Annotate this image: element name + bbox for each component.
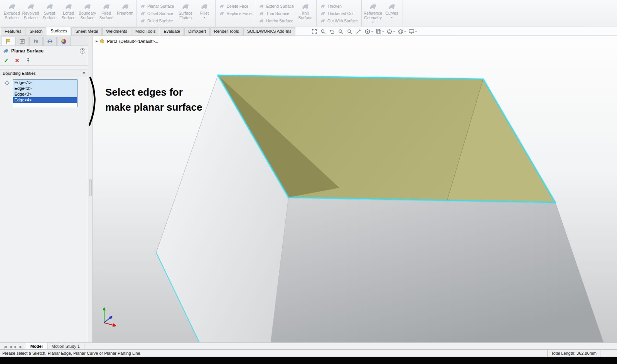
thicken-button[interactable]: Thicken [318, 2, 360, 10]
splitter-grip[interactable] [89, 179, 92, 196]
bounding-entities-header[interactable]: Bounding Entities ^ [0, 69, 88, 77]
dropdown-caret-icon[interactable]: ▾ [383, 30, 384, 33]
extend-surface-button[interactable]: Extend Surface [257, 2, 296, 10]
keep-visible-pin-icon[interactable] [25, 58, 31, 63]
bottom-tab-model[interactable]: Model [26, 343, 47, 349]
display-style-icon[interactable]: ▾ [375, 29, 385, 35]
magnified-selection-icon[interactable] [346, 29, 354, 35]
boundary-surface-icon [83, 2, 92, 11]
bounding-entities-body: ◇ Edge<1>Edge<2>Edge<3>Edge<4> [0, 77, 88, 107]
part-name[interactable]: Part3 [107, 39, 117, 44]
tab-surfaces[interactable]: Surfaces [47, 27, 71, 35]
displaymanager-tab[interactable] [57, 37, 71, 46]
tab-scroll-button[interactable]: ◀ [8, 345, 13, 349]
feature-tree-breadcrumb[interactable]: ▶ Part3 (Default<<Default>... [96, 39, 158, 44]
ribbon-label: Delete Face [226, 4, 248, 8]
collapse-icon[interactable]: ^ [83, 71, 85, 76]
zoom-in-out-icon[interactable] [337, 29, 345, 35]
trim-surface-button[interactable]: Trim Surface [257, 10, 296, 17]
dimxpertmanager-tab[interactable] [43, 37, 57, 46]
lofted-surface-button[interactable]: LoftedSurface [59, 0, 78, 20]
ribbon-label: Extend Surface [266, 4, 294, 8]
lofted-surface-icon [64, 2, 73, 11]
zoom-to-area-icon[interactable] [319, 29, 327, 35]
tab-weldments[interactable]: Weldments [102, 27, 131, 35]
graphics-viewport[interactable]: ▶ Part3 (Default<<Default>... Select edg… [93, 36, 617, 342]
bounding-entities-list[interactable]: Edge<1>Edge<2>Edge<3>Edge<4> [13, 79, 78, 107]
tab-scroll-button[interactable]: |◀ [2, 345, 8, 349]
ruled-surface-button[interactable]: Ruled Surface [138, 17, 176, 24]
tab-features[interactable]: Features [1, 27, 25, 35]
tab-evaluate[interactable]: Evaluate [160, 27, 184, 35]
dropdown-caret-icon[interactable]: ▾ [372, 20, 374, 24]
edge-list-item[interactable]: Edge<3> [13, 91, 77, 97]
dropdown-caret-icon[interactable]: ▾ [391, 16, 393, 19]
cut-with-surface-button[interactable]: Cut With Surface [318, 17, 360, 24]
edit-appearance-icon[interactable]: ▾ [397, 29, 407, 35]
surface-flatten-button[interactable]: SurfaceFlatten [176, 0, 195, 20]
tab-scroll-button[interactable]: ▶ [13, 345, 18, 349]
help-icon[interactable]: ? [80, 48, 85, 54]
status-right-section: Total Length: 362.86mm [544, 350, 617, 357]
offset-surface-button[interactable]: Offset Surface [138, 10, 176, 17]
dropdown-caret-icon[interactable]: ▾ [415, 30, 417, 33]
swept-surface-icon [46, 2, 54, 11]
edge-list-item[interactable]: Edge<1> [13, 80, 77, 86]
featuremanager-tab[interactable] [15, 37, 29, 46]
thickened-cut-button[interactable]: Thickened Cut [318, 10, 360, 17]
ribbon-label: Ruled Surface [147, 19, 173, 23]
planar-surface-button[interactable]: Planar Surface [138, 2, 176, 10]
previous-view-icon[interactable] [328, 29, 336, 35]
tab-mold-tools[interactable]: Mold Tools [131, 27, 159, 35]
propertymanager-tab[interactable] [2, 37, 15, 46]
dropdown-caret-icon[interactable]: ▾ [204, 16, 205, 19]
delete-face-button[interactable]: Delete Face [217, 2, 253, 10]
hide-show-items-icon[interactable]: ▾ [386, 29, 396, 35]
boundary-surface-button[interactable]: BoundarySurface [78, 0, 97, 20]
bottom-tab-motion-study-1[interactable]: Motion Study 1 [47, 343, 84, 349]
view-orientation-icon[interactable]: ▾ [364, 29, 374, 35]
dropdown-caret-icon[interactable]: ▾ [405, 30, 406, 33]
edge-list-item[interactable]: Edge<4> [13, 97, 77, 103]
freeform-button[interactable]: Freeform [116, 0, 135, 20]
edge-selection-icon: ◇ [5, 79, 9, 107]
total-length-readout: Total Length: 362.86mm [551, 351, 597, 356]
dropdown-caret-icon[interactable]: ▾ [371, 30, 373, 33]
cut-with-surface-icon [320, 18, 325, 24]
tab-dimxpert[interactable]: DimXpert [184, 27, 210, 35]
status-separator [600, 350, 600, 357]
edge-list-item[interactable]: Edge<2> [13, 86, 77, 91]
view-settings-icon[interactable]: ▾ [408, 29, 418, 35]
configurationmanager-tab[interactable] [29, 37, 43, 46]
tree-expander-icon[interactable]: ▶ [96, 40, 98, 43]
extruded-surface-button[interactable]: ExtrudedSurface [2, 0, 21, 20]
revolved-surface-button[interactable]: RevolvedSurface [21, 0, 40, 20]
ok-button[interactable]: ✓ [4, 57, 9, 64]
thicken-icon [320, 3, 325, 9]
tab-scroll-button[interactable]: ▶| [18, 345, 24, 349]
box-front-face[interactable] [271, 197, 604, 342]
cancel-button[interactable]: ✕ [15, 57, 20, 64]
untrim-surface-button[interactable]: Untrim Surface [257, 17, 296, 24]
filled-surface-button[interactable]: FilledSurface [97, 0, 116, 20]
tab-solidworks-add-ins[interactable]: SOLIDWORKS Add-Ins [243, 27, 295, 35]
reference-geometry-button[interactable]: ReferenceGeometry▾ [363, 0, 382, 24]
zoom-to-fit-icon[interactable] [310, 29, 318, 35]
status-message: Please select a Sketch, Planar Edge, Pla… [2, 351, 544, 356]
dropdown-caret-icon[interactable]: ▾ [393, 30, 395, 33]
knit-surface-button[interactable]: KnitSurface [296, 0, 315, 20]
part-configuration[interactable]: (Default<<Default>... [119, 39, 158, 44]
curves-button[interactable]: Curves▾ [382, 0, 401, 24]
tab-sketch[interactable]: Sketch [25, 27, 46, 35]
reference-geometry-icon [369, 2, 377, 11]
propertymanager-tab-icon [5, 39, 11, 44]
planar-surface-icon [140, 3, 145, 9]
tab-sheet-metal[interactable]: Sheet Metal [71, 27, 102, 35]
fillet-button[interactable]: Fillet▾ [195, 0, 214, 20]
tab-render-tools[interactable]: Render Tools [210, 27, 243, 35]
ribbon-toolbar: ExtrudedSurfaceRevolvedSurfaceSweptSurfa… [0, 0, 617, 27]
section-view-icon[interactable] [355, 29, 362, 35]
swept-surface-button[interactable]: SweptSurface [40, 0, 59, 20]
replace-face-button[interactable]: Replace Face [217, 10, 253, 17]
solidworks-window: ExtrudedSurfaceRevolvedSurfaceSweptSurfa… [0, 0, 617, 364]
